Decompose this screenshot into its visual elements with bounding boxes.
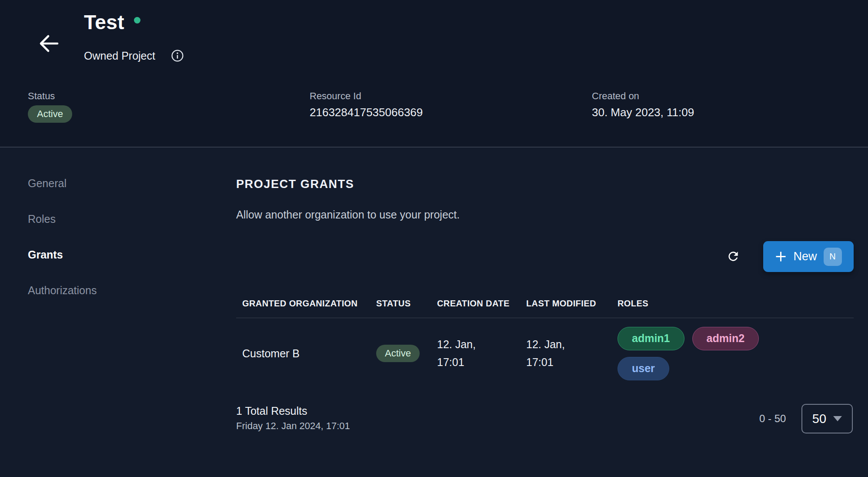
created-on-value: 30. May 2023, 11:09 [592,106,694,119]
results-timestamp: Friday 12. Jan 2024, 17:01 [236,420,350,432]
column-granted-organization: GRANTED ORGANIZATION [236,299,376,309]
table-header-row: GRANTED ORGANIZATION STATUS CREATION DAT… [236,289,854,318]
project-detail-page: Test Owned Project Status Active Resourc… [0,0,868,477]
keyboard-shortcut-badge: N [824,248,842,266]
project-type-label: Owned Project [84,50,155,62]
arrow-back-icon [38,34,59,53]
last-modified-line1: 12. Jan, [526,336,618,353]
granted-organization-cell: Customer B [236,347,376,360]
column-last-modified: LAST MODIFIED [526,299,618,309]
refresh-icon [726,249,740,263]
column-status: STATUS [376,299,437,309]
creation-date-line1: 12. Jan, [437,336,526,353]
role-chip-admin1[interactable]: admin1 [618,327,684,350]
section-description: Allow another organization to use your p… [236,208,460,221]
role-chip-admin2[interactable]: admin2 [692,327,759,350]
status-cell: Active [376,345,437,362]
created-on-label: Created on [592,91,694,102]
sidebar-item-authorizations[interactable]: Authorizations [28,284,97,297]
section-title: PROJECT GRANTS [236,178,354,191]
last-modified-cell: 12. Jan, 17:01 [526,336,618,371]
info-icon [171,49,184,62]
meta-status: Status Active [28,91,72,123]
sidebar-item-roles[interactable]: Roles [28,213,56,225]
last-modified-line2: 17:01 [526,353,618,371]
plus-icon [775,251,787,262]
column-creation-date: CREATION DATE [437,299,526,309]
refresh-button[interactable] [724,248,742,265]
new-grant-button-label: New [793,250,817,263]
back-button[interactable] [37,32,60,55]
page-size-select[interactable]: 50 [801,404,853,433]
chevron-down-icon [833,416,842,421]
title-row: Test [84,10,140,34]
meta-resource-id: Resource Id 216328417535066369 [310,91,423,119]
project-header: Test Owned Project Status Active Resourc… [0,0,868,148]
status-label: Status [28,91,72,102]
new-grant-button[interactable]: New N [763,241,854,272]
info-button[interactable] [171,49,184,62]
subtitle-row: Owned Project [84,49,184,62]
total-results-label: 1 Total Results [236,405,350,417]
results-summary: 1 Total Results Friday 12. Jan 2024, 17:… [236,405,350,432]
page-size-value: 50 [812,412,826,426]
resource-id-label: Resource Id [310,91,423,102]
pagination-range: 0 - 50 [759,413,786,425]
sidebar-item-general[interactable]: General [28,177,67,190]
active-state-dot-icon [134,17,140,24]
table-row[interactable]: Customer B Active 12. Jan, 17:01 12. Jan… [236,318,854,389]
sidebar-item-grants[interactable]: Grants [28,249,63,261]
role-chip-user[interactable]: user [618,357,669,380]
creation-date-line2: 17:01 [437,353,526,371]
roles-cell: admin1 admin2 user [618,327,771,380]
status-badge: Active [28,105,72,123]
grant-status-badge: Active [376,345,420,362]
resource-id-value: 216328417535066369 [310,106,423,119]
meta-created-on: Created on 30. May 2023, 11:09 [592,91,694,119]
grants-table: GRANTED ORGANIZATION STATUS CREATION DAT… [236,289,854,389]
column-roles: ROLES [618,299,854,309]
page-title: Test [84,10,124,34]
creation-date-cell: 12. Jan, 17:01 [437,336,526,371]
